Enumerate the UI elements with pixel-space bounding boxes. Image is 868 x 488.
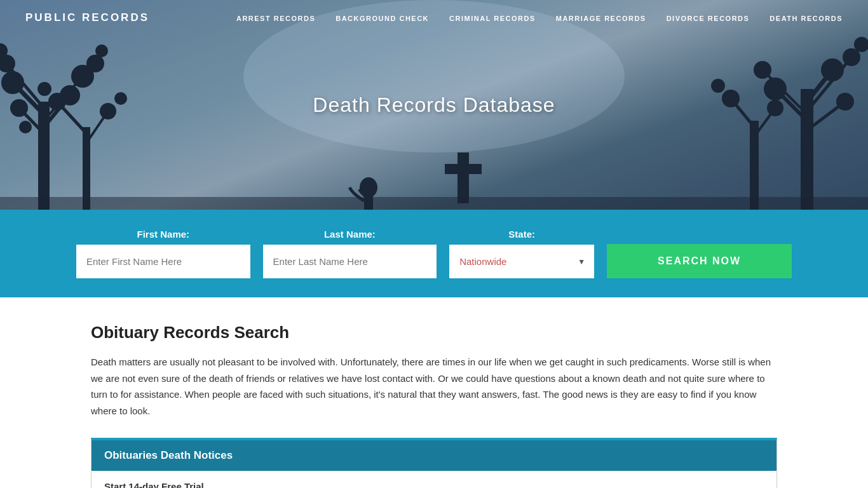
main-content: Obituary Records Search Death matters ar…: [72, 297, 796, 488]
obituaries-box: Obituaries Death Notices Start 14-day Fr…: [91, 438, 777, 488]
nav-link-criminal-records[interactable]: CRIMINAL RECORDS: [449, 15, 536, 22]
site-logo[interactable]: PUBLIC RECORDS: [25, 11, 149, 24]
state-field: State: NationwideAlabamaAlaskaArizonaArk…: [449, 229, 594, 278]
first-name-label: First Name:: [76, 229, 250, 240]
search-button[interactable]: SEARCH NOW: [607, 244, 792, 278]
state-select-wrapper: NationwideAlabamaAlaskaArizonaArkansasCa…: [449, 245, 594, 278]
nav-link-arrest-records[interactable]: ARREST RECORDS: [236, 15, 315, 22]
obituaries-box-header-title: Obituaries Death Notices: [104, 449, 233, 461]
nav-links: ARREST RECORDSBACKGROUND CHECKCRIMINAL R…: [236, 12, 843, 24]
obituaries-free-trial-text[interactable]: Start 14-day Free Trial: [104, 481, 204, 488]
nav-link-background-check[interactable]: BACKGROUND CHECK: [336, 15, 429, 22]
first-name-field: First Name:: [76, 229, 250, 278]
search-section: First Name: Last Name: State: Nationwide…: [0, 210, 868, 297]
state-label: State:: [449, 229, 594, 240]
nav-link-divorce-records[interactable]: DIVORCE RECORDS: [667, 15, 750, 22]
section-title: Obituary Records Search: [91, 323, 777, 342]
hero-content: Death Records Database: [313, 93, 555, 117]
main-nav: PUBLIC RECORDS ARREST RECORDSBACKGROUND …: [0, 0, 868, 36]
obituaries-box-header: Obituaries Death Notices: [92, 440, 776, 471]
last-name-field: Last Name:: [263, 229, 437, 278]
hero-title: Death Records Database: [313, 93, 555, 117]
section-description: Death matters are usually not pleasant t…: [91, 354, 777, 419]
first-name-input[interactable]: [76, 245, 250, 278]
state-select[interactable]: NationwideAlabamaAlaskaArizonaArkansasCa…: [449, 245, 594, 278]
obituaries-box-body: Start 14-day Free Trial: [92, 471, 776, 488]
nav-link-death-records[interactable]: DEATH RECORDS: [770, 15, 843, 22]
last-name-input[interactable]: [263, 245, 437, 278]
nav-link-marriage-records[interactable]: MARRIAGE RECORDS: [556, 15, 646, 22]
last-name-label: Last Name:: [263, 229, 437, 240]
